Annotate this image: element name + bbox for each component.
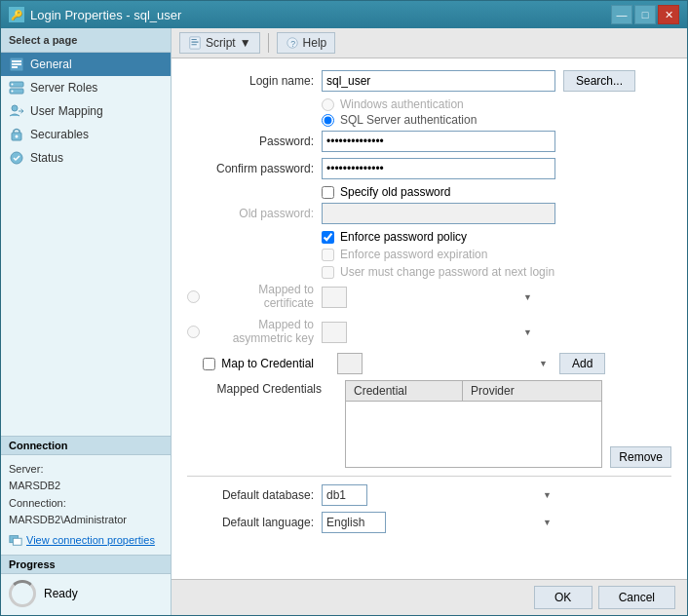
cert-dropdown-wrapper <box>322 287 536 308</box>
confirm-password-row: Confirm password: <box>187 158 671 179</box>
svg-point-8 <box>12 105 18 111</box>
map-credential-label: Map to Credential <box>221 357 314 370</box>
mapped-certificate-row: Mapped to certificate <box>187 283 671 312</box>
credential-table-header: Credential Provider <box>346 381 601 402</box>
progress-spinner <box>9 580 36 607</box>
main-panel: Script ▼ ? Help Login name: <box>172 28 687 615</box>
enforce-policy-checkbox[interactable] <box>322 231 334 244</box>
specify-old-password-label: Specify old password <box>340 185 450 199</box>
close-button[interactable]: ✕ <box>658 5 679 24</box>
cancel-button[interactable]: Cancel <box>598 586 675 609</box>
credential-dropdown[interactable] <box>337 353 363 374</box>
search-button[interactable]: Search... <box>563 70 635 92</box>
enforce-expiration-checkbox[interactable] <box>322 249 334 261</box>
mapped-credentials-container: Mapped Credentials Credential Provider R… <box>195 380 671 468</box>
bottom-bar: OK Cancel <box>172 579 687 615</box>
progress-content: Ready <box>9 580 163 607</box>
sidebar-header: Select a page <box>1 28 171 53</box>
minimize-button[interactable]: — <box>611 5 632 24</box>
password-row: Password: <box>187 131 671 152</box>
sidebar-label-server-roles: Server Roles <box>30 81 97 95</box>
toolbar-separator <box>268 33 269 53</box>
mapped-asymmetric-label: Mapped to asymmetric key <box>187 318 314 347</box>
mapped-asym-radio-item: Mapped to asymmetric key <box>187 318 314 345</box>
securables-icon <box>9 127 24 142</box>
login-name-input[interactable] <box>322 70 555 92</box>
section-divider <box>187 476 671 477</box>
specify-old-password-row: Specify old password <box>322 185 671 199</box>
svg-point-10 <box>16 135 19 138</box>
old-password-row: Old password: <box>187 203 671 224</box>
mapped-cert-radio[interactable] <box>187 290 200 303</box>
auth-radio-group: Windows authentication SQL Server authen… <box>322 97 671 127</box>
title-controls: — □ ✕ <box>611 5 679 24</box>
sql-auth-radio-item: SQL Server authentication <box>322 113 671 127</box>
map-credential-left: Map to Credential <box>187 357 314 370</box>
mapped-asym-radio[interactable] <box>187 326 200 338</box>
sql-auth-radio[interactable] <box>322 114 334 127</box>
title-bar: 🔑 Login Properties - sql_user — □ ✕ <box>1 1 687 28</box>
help-icon: ? <box>286 36 299 50</box>
windows-auth-radio[interactable] <box>322 98 334 111</box>
default-database-dropdown[interactable]: db1 <box>322 484 367 506</box>
password-label: Password: <box>187 135 314 148</box>
cert-dropdown[interactable] <box>322 287 347 308</box>
default-language-dropdown[interactable]: English <box>322 512 386 533</box>
help-button[interactable]: ? Help <box>277 32 336 54</box>
mapped-cert-text: Mapped to certificate <box>206 283 314 310</box>
connection-title: Connection <box>1 437 171 455</box>
status-icon <box>9 150 24 166</box>
sidebar-item-server-roles[interactable]: Server Roles <box>1 76 171 99</box>
form-area: Login name: Search... Windows authentica… <box>172 58 687 579</box>
mapped-certificate-label: Mapped to certificate <box>187 283 314 312</box>
svg-rect-2 <box>12 63 21 65</box>
user-mapping-icon <box>9 103 24 119</box>
default-language-row: Default language: English <box>187 512 671 533</box>
credential-actions: Remove <box>610 380 671 468</box>
map-credential-row: Map to Credential Add <box>187 353 671 374</box>
map-credential-checkbox[interactable] <box>203 358 215 370</box>
ok-button[interactable]: OK <box>534 586 592 609</box>
enforce-expiration-label: Enforce password expiration <box>340 248 487 261</box>
enforce-expiration-row: Enforce password expiration <box>322 248 671 261</box>
remove-button[interactable]: Remove <box>610 446 671 468</box>
connection-info: Server: MARSDB2 Connection: MARSDB2\Admi… <box>9 461 163 529</box>
sql-auth-label: SQL Server authentication <box>340 113 477 127</box>
toolbar: Script ▼ ? Help <box>172 28 687 58</box>
sidebar-label-user-mapping: User Mapping <box>30 104 103 118</box>
sidebar-item-securables[interactable]: Securables <box>1 123 171 146</box>
server-value: MARSDB2 <box>9 478 163 495</box>
old-password-input[interactable] <box>322 203 555 224</box>
sidebar-item-general[interactable]: General <box>1 53 171 76</box>
mapped-credentials-label: Mapped Credentials <box>195 380 322 468</box>
title-bar-left: 🔑 Login Properties - sql_user <box>9 7 181 22</box>
default-language-label: Default language: <box>187 516 314 529</box>
sidebar: Select a page General Server Roles <box>1 28 172 615</box>
script-dropdown-arrow[interactable]: ▼ <box>240 36 251 50</box>
mapped-cert-radio-item: Mapped to certificate <box>187 283 314 310</box>
window-icon: 🔑 <box>9 7 24 22</box>
maximize-button[interactable]: □ <box>634 5 656 24</box>
login-name-label: Login name: <box>187 74 314 88</box>
confirm-password-input[interactable] <box>322 158 555 179</box>
sidebar-item-status[interactable]: Status <box>1 146 171 170</box>
progress-section: Progress Ready <box>1 555 171 615</box>
view-connection-link[interactable]: View connection properties <box>9 533 163 547</box>
view-connection-text: View connection properties <box>26 534 155 546</box>
progress-status: Ready <box>44 587 78 600</box>
server-label: Server: <box>9 461 163 479</box>
sidebar-item-user-mapping[interactable]: User Mapping <box>1 99 171 123</box>
specify-old-password-checkbox[interactable] <box>322 186 334 199</box>
map-credential-check-group: Map to Credential <box>187 357 314 370</box>
script-button[interactable]: Script ▼ <box>179 32 260 54</box>
user-must-change-checkbox[interactable] <box>322 266 334 279</box>
credential-table: Credential Provider <box>345 380 602 468</box>
connection-value: MARSDB2\Administrator <box>9 512 163 529</box>
password-input[interactable] <box>322 131 555 152</box>
general-icon <box>9 57 24 72</box>
server-roles-icon <box>9 80 24 96</box>
user-must-change-row: User must change password at next login <box>322 265 671 279</box>
content-area: Select a page General Server Roles <box>1 28 687 615</box>
add-button[interactable]: Add <box>559 353 605 374</box>
asym-dropdown[interactable] <box>322 322 347 343</box>
